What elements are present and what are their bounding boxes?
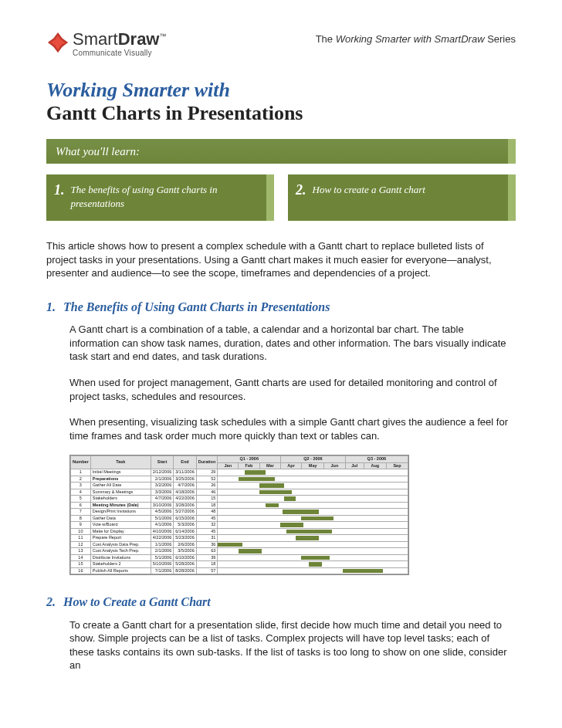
learn-boxes: 1. The benefits of using Gantt charts in… xyxy=(46,174,516,221)
learn-box-1: 1. The benefits of using Gantt charts in… xyxy=(46,174,274,221)
logo-icon xyxy=(46,31,69,54)
gantt-row: 16Publish All Reports7/1/20068/28/200657 xyxy=(71,567,408,574)
gantt-row: 7Design/Print Invitations4/5/20065/27/20… xyxy=(71,509,408,516)
gantt-row: 13Cost Analysis Tech Prep.2/1/20063/5/20… xyxy=(71,548,408,555)
gantt-row: 3Gather All Data3/2/20064/7/200626 xyxy=(71,483,408,489)
gantt-row: 14Distribute Invitations5/1/20066/10/200… xyxy=(71,554,408,561)
series-title: The Working Smarter with SmartDraw Serie… xyxy=(316,32,516,46)
gantt-row: 4Summary & Meetings3/3/20064/18/200646 xyxy=(71,489,408,496)
learn-box-2: 2. How to create a Gantt chart xyxy=(288,174,516,221)
gantt-row: 8Gather Data5/1/20066/15/200645 xyxy=(71,515,408,522)
title-line-1: Working Smarter with xyxy=(46,79,516,102)
gantt-row: 1Initial Meetings2/12/20063/11/200629 xyxy=(71,469,408,476)
learn-bar: What you'll learn: xyxy=(46,139,516,164)
box-number: 1. xyxy=(54,181,65,199)
section-2-heading: 2.How to Create a Gantt Chart xyxy=(46,594,516,611)
box-text: How to create a Gantt chart xyxy=(313,181,425,197)
section-1-p2: When used for project management, Gantt … xyxy=(69,376,516,403)
title-line-2: Gantt Charts in Presentations xyxy=(46,102,516,125)
gantt-table: NumberTaskStartEndDurationQ1 - 2006Q2 - … xyxy=(70,455,408,574)
section-1-p3: When presenting, visualizing task schedu… xyxy=(69,415,516,442)
gantt-row: 6Meeting Minutes (Dale)3/10/20063/28/200… xyxy=(71,502,408,509)
box-number: 2. xyxy=(296,181,306,199)
logo-text: SmartDraw™ xyxy=(73,31,166,48)
logo-tagline: Communicate Visually xyxy=(73,49,166,57)
box-text: The benefits of using Gantt charts in pr… xyxy=(71,181,259,210)
gantt-row: 2Preparations2/1/20063/25/200652 xyxy=(71,476,408,483)
section-2-p1: To create a Gantt chart for a presentati… xyxy=(69,618,516,672)
intro-paragraph: This article shows how to present a comp… xyxy=(46,239,516,280)
header: SmartDraw™ Communicate Visually The Work… xyxy=(46,31,516,57)
logo: SmartDraw™ Communicate Visually xyxy=(46,31,166,57)
gantt-row: 10Make for Display4/10/20066/14/200645 xyxy=(71,528,408,535)
gantt-row: 9Vote w/Board4/1/20065/3/200632 xyxy=(71,522,408,529)
section-1-heading: 1.The Benefits of Using Gantt Charts in … xyxy=(46,299,516,316)
gantt-row: 5Stakeholders4/7/20064/22/200615 xyxy=(71,496,408,503)
gantt-chart-figure: NumberTaskStartEndDurationQ1 - 2006Q2 - … xyxy=(69,455,516,575)
gantt-row: 15Stakeholders 25/10/20065/28/200618 xyxy=(71,561,408,568)
gantt-row: 11Prepare Report4/22/20065/23/200631 xyxy=(71,535,408,542)
section-1-p1: A Gantt chart is a combination of a tabl… xyxy=(69,323,516,364)
gantt-row: 12Cost Analysis Data Prep.1/1/20062/6/20… xyxy=(71,541,408,548)
document-title: Working Smarter with Gantt Charts in Pre… xyxy=(46,79,516,125)
